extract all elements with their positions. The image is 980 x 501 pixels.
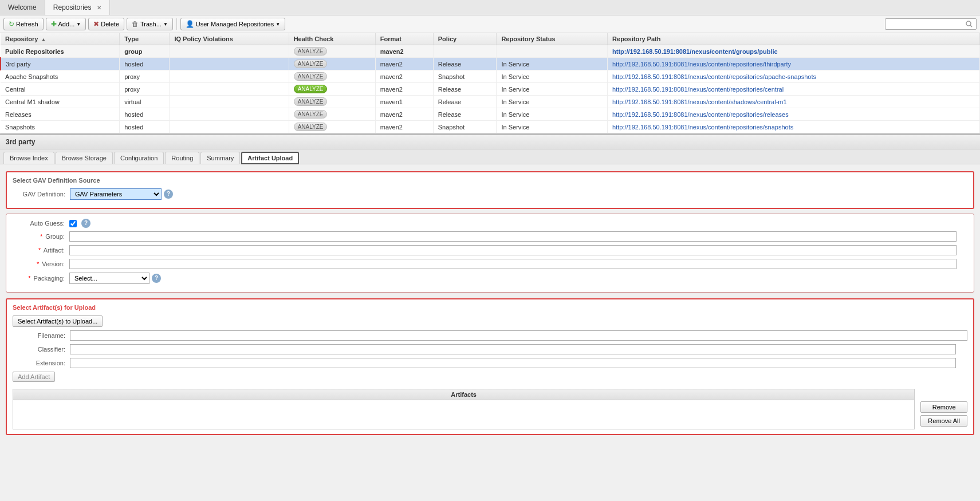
row-type: virtual: [120, 96, 170, 108]
packaging-select[interactable]: Select... jar war ear pom: [69, 273, 149, 284]
add-dropdown-icon: ▼: [76, 22, 81, 27]
gav-definition-label: GAV Definition:: [13, 191, 70, 198]
analyze-btn-1[interactable]: ANALYZE: [294, 72, 328, 81]
row-iq: [170, 121, 289, 133]
artifact-upload-title: Select Artifact(s) for Upload: [13, 304, 967, 311]
user-managed-button[interactable]: 👤 User Managed Repositories ▼: [180, 18, 285, 30]
row-policy: Snapshot: [433, 121, 497, 133]
row-policy: Release: [433, 108, 497, 121]
row-status: In Service: [497, 96, 608, 108]
filename-label: Filename:: [13, 332, 70, 339]
auto-guess-help-icon[interactable]: ?: [81, 219, 90, 228]
tab-browse-index[interactable]: Browse Index: [3, 152, 54, 164]
table-row-central[interactable]: Central proxy ANALYZE maven2 Release In …: [1, 83, 980, 96]
tab-browse-storage[interactable]: Browse Storage: [56, 152, 113, 164]
table-row-apache[interactable]: Apache Snapshots proxy ANALYZE maven2 Sn…: [1, 70, 980, 83]
artifact-row: * Artifact: ?: [12, 245, 968, 255]
group-path: http://192.168.50.191:8081/nexus/content…: [608, 45, 980, 58]
row-type: hosted: [120, 121, 170, 133]
analyze-btn-public[interactable]: ANALYZE: [294, 47, 328, 56]
row-path-link-1[interactable]: http://192.168.50.191:8081/nexus/content…: [612, 73, 816, 80]
row-name: Central M1 shadow: [1, 96, 120, 108]
analyze-btn-0[interactable]: ANALYZE: [294, 60, 328, 68]
analyze-btn-3[interactable]: ANALYZE: [294, 97, 328, 106]
row-path: http://192.168.50.191:8081/nexus/content…: [608, 121, 980, 133]
auto-guess-checkbox[interactable]: [69, 220, 77, 227]
search-input[interactable]: [885, 18, 977, 30]
row-type: hosted: [120, 58, 170, 70]
col-repository[interactable]: Repository ▲: [1, 33, 120, 45]
tab-welcome[interactable]: Welcome: [0, 0, 45, 15]
row-iq: [170, 96, 289, 108]
analyze-btn-4[interactable]: ANALYZE: [294, 110, 328, 119]
version-input[interactable]: [69, 259, 957, 269]
packaging-required-star: *: [28, 275, 30, 282]
artifact-input[interactable]: [69, 245, 957, 255]
col-type[interactable]: Type: [120, 33, 170, 45]
refresh-button[interactable]: ↻ Refresh: [3, 18, 44, 30]
col-health[interactable]: Health Check: [289, 33, 375, 45]
delete-button[interactable]: ✖ Delete: [88, 18, 124, 30]
col-format[interactable]: Format: [375, 33, 433, 45]
table-row-3rdparty[interactable]: 3rd party hosted ANALYZE maven2 Release …: [1, 58, 980, 70]
group-input[interactable]: [69, 231, 957, 242]
row-iq: [170, 83, 289, 96]
row-health: ANALYZE: [289, 96, 375, 108]
row-iq: [170, 70, 289, 83]
artifacts-action-buttons: Remove Remove All: [920, 389, 967, 429]
tab-repositories[interactable]: Repositories ✕: [45, 0, 110, 15]
classifier-row: Classifier: ?: [13, 344, 967, 354]
col-policy[interactable]: Policy: [433, 33, 497, 45]
repository-table-panel: Repository ▲ Type IQ Policy Violations H…: [0, 33, 980, 135]
remove-button[interactable]: Remove: [920, 401, 967, 413]
tab-summary[interactable]: Summary: [200, 152, 240, 164]
table-row-central-m1[interactable]: Central M1 shadow virtual ANALYZE maven1…: [1, 96, 980, 108]
remove-all-button[interactable]: Remove All: [920, 415, 967, 427]
gav-help-icon[interactable]: ?: [164, 190, 173, 199]
row-iq: [170, 108, 289, 121]
version-row: * Version: ?: [12, 259, 968, 269]
main-toolbar: ↻ Refresh ✚ Add... ▼ ✖ Delete 🗑 Trash...…: [0, 15, 980, 33]
col-iq[interactable]: IQ Policy Violations: [170, 33, 289, 45]
group-status: [497, 45, 608, 58]
gav-definition-select[interactable]: GAV Parameters POM file: [70, 188, 162, 200]
tab-configuration[interactable]: Configuration: [114, 152, 164, 164]
classifier-input[interactable]: [70, 344, 956, 354]
filename-input[interactable]: [70, 330, 967, 341]
tab-artifact-upload[interactable]: Artifact Upload: [241, 152, 299, 164]
select-artifacts-button[interactable]: Select Artifact(s) to Upload...: [13, 315, 103, 327]
repository-table: Repository ▲ Type IQ Policy Violations H…: [0, 33, 980, 133]
row-path-link-5[interactable]: http://192.168.50.191:8081/nexus/content…: [612, 124, 793, 131]
close-tab-icon[interactable]: ✕: [97, 5, 101, 11]
gav-definition-row: GAV Definition: GAV Parameters POM file …: [13, 188, 967, 200]
split-container: Repository ▲ Type IQ Policy Violations H…: [0, 33, 980, 488]
row-path-link-4[interactable]: http://192.168.50.191:8081/nexus/content…: [612, 111, 789, 118]
row-policy: Release: [433, 58, 497, 70]
detail-panel: 3rd party Browse Index Browse Storage Co…: [0, 135, 980, 488]
col-status[interactable]: Repository Status: [497, 33, 608, 45]
refresh-icon: ↻: [9, 20, 14, 28]
row-path: http://192.168.50.191:8081/nexus/content…: [608, 70, 980, 83]
delete-icon: ✖: [93, 20, 99, 28]
col-path[interactable]: Repository Path: [608, 33, 980, 45]
analyze-btn-2[interactable]: ANALYZE: [294, 85, 328, 93]
packaging-help-icon[interactable]: ?: [152, 274, 161, 283]
row-status: In Service: [497, 83, 608, 96]
extension-input[interactable]: [70, 358, 956, 368]
tab-routing[interactable]: Routing: [165, 152, 199, 164]
gav-section-title: Select GAV Definition Source: [13, 177, 967, 184]
table-row-snapshots[interactable]: Snapshots hosted ANALYZE maven2 Snapshot…: [1, 121, 980, 133]
row-type: hosted: [120, 108, 170, 121]
trash-button[interactable]: 🗑 Trash... ▼: [127, 18, 173, 30]
row-path-link-0[interactable]: http://192.168.50.191:8081/nexus/content…: [612, 61, 791, 68]
group-path-link[interactable]: http://192.168.50.191:8081/nexus/content…: [612, 48, 778, 55]
group-type: group: [120, 45, 170, 58]
analyze-btn-5[interactable]: ANALYZE: [294, 123, 328, 131]
add-artifact-button[interactable]: Add Artifact: [13, 372, 55, 382]
table-row-public-group[interactable]: Public Repositories group ANALYZE maven2…: [1, 45, 980, 58]
row-path-link-2[interactable]: http://192.168.50.191:8081/nexus/content…: [612, 86, 784, 93]
row-path-link-3[interactable]: http://192.168.50.191:8081/nexus/content…: [612, 98, 787, 105]
add-button[interactable]: ✚ Add... ▼: [46, 18, 86, 30]
table-row-releases[interactable]: Releases hosted ANALYZE maven2 Release I…: [1, 108, 980, 121]
row-status: In Service: [497, 58, 608, 70]
